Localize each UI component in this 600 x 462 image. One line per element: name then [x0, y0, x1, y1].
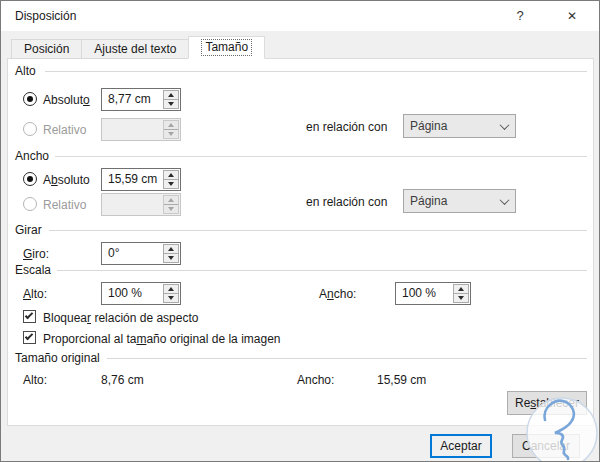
escala-ancho-value[interactable]: 100 % — [396, 283, 452, 304]
help-icon[interactable]: ? — [503, 1, 537, 31]
ancho-relativo-value — [102, 194, 162, 215]
escala-alto-label: Alto: — [23, 287, 47, 301]
alto-relativo-radio[interactable] — [23, 122, 37, 136]
spinner-up-icon[interactable] — [164, 91, 178, 100]
spinner-up-icon — [164, 121, 178, 130]
escala-alto-spinner[interactable]: 100 % — [101, 282, 181, 305]
alto-absoluto-value[interactable]: 8,77 cm — [102, 89, 162, 110]
tab-label: Ajuste del texto — [94, 42, 176, 56]
restablecer-label: Restablecer — [515, 396, 579, 410]
cancelar-button[interactable]: Cancelar — [512, 434, 580, 458]
original-alto-value: 8,76 cm — [101, 373, 144, 387]
escala-ancho-label: Ancho: — [319, 287, 356, 301]
group-original-line — [107, 358, 587, 359]
alto-relativo-spinner — [101, 118, 181, 141]
tab-ajuste-del-texto[interactable]: Ajuste del texto — [81, 39, 189, 59]
tab-label: Posición — [24, 42, 69, 56]
close-icon[interactable]: ✕ — [555, 1, 589, 31]
chevron-down-icon — [494, 190, 515, 212]
spinner-buttons — [163, 195, 179, 214]
spinner-buttons — [163, 90, 179, 109]
restablecer-button[interactable]: Restablecer — [507, 391, 587, 415]
ancho-relation-label: en relación con — [306, 195, 387, 209]
spinner-down-icon[interactable] — [164, 294, 178, 302]
spinner-buttons — [163, 170, 179, 189]
group-girar-line — [49, 230, 587, 231]
check-icon — [25, 311, 33, 319]
original-ancho-value: 15,59 cm — [377, 373, 426, 387]
spinner-down-icon[interactable] — [164, 180, 178, 188]
group-ancho-label: Ancho — [15, 149, 49, 163]
group-escala-line — [57, 270, 587, 271]
spinner-down-icon[interactable] — [164, 100, 178, 108]
group-ancho-line — [55, 156, 587, 157]
ancho-relativo-radio[interactable] — [23, 197, 37, 211]
spinner-up-icon — [164, 196, 178, 205]
spinner-up-icon[interactable] — [164, 171, 178, 180]
titlebar: Disposición ? ✕ — [1, 1, 599, 31]
group-girar-label: Girar — [15, 223, 42, 237]
giro-label: Giro: — [23, 247, 49, 261]
cancelar-label: Cancelar — [522, 439, 570, 453]
ancho-relativo-spinner — [101, 193, 181, 216]
ancho-absoluto-value[interactable]: 15,59 cm — [102, 169, 162, 190]
aceptar-label: Aceptar — [440, 439, 481, 453]
ancho-relation-value: Página — [404, 190, 494, 212]
spinner-buttons — [163, 120, 179, 139]
giro-value[interactable]: 0° — [102, 243, 162, 264]
aceptar-button[interactable]: Aceptar — [430, 434, 492, 458]
group-alto-label: Alto — [15, 64, 36, 78]
giro-spinner[interactable]: 0° — [101, 242, 181, 265]
ancho-relativo-label: Relativo — [43, 198, 86, 212]
spinner-buttons — [163, 284, 179, 303]
dialog-title: Disposición — [15, 9, 76, 23]
proportional-checkbox[interactable] — [23, 331, 36, 344]
alto-relation-label: en relación con — [306, 120, 387, 134]
spinner-buttons — [453, 284, 469, 303]
proportional-label: Proporcional al tamaño original de la im… — [43, 332, 280, 346]
group-alto-line — [45, 71, 587, 72]
lock-aspect-checkbox[interactable] — [23, 310, 36, 323]
alto-relativo-label: Relativo — [43, 123, 86, 137]
escala-ancho-spinner[interactable]: 100 % — [395, 282, 471, 305]
alto-relation-value: Página — [404, 115, 494, 137]
spinner-up-icon[interactable] — [164, 285, 178, 294]
alto-relativo-value — [102, 119, 162, 140]
group-escala-label: Escala — [15, 263, 51, 277]
layout-dialog: Disposición ? ✕ Posición Ajuste del text… — [0, 0, 600, 462]
original-ancho-label: Ancho: — [297, 373, 334, 387]
ancho-absoluto-spinner[interactable]: 15,59 cm — [101, 168, 181, 191]
check-icon — [25, 332, 33, 340]
spinner-down-icon — [164, 205, 178, 213]
tab-label: Tamaño — [201, 39, 252, 56]
ancho-relation-dropdown: Página — [403, 189, 516, 213]
group-original-label: Tamaño original — [15, 351, 100, 365]
alto-relation-dropdown: Página — [403, 114, 516, 138]
alto-absoluto-label: Absoluto — [43, 93, 90, 107]
alto-absoluto-radio[interactable] — [23, 92, 37, 106]
spinner-buttons — [163, 244, 179, 263]
alto-absoluto-spinner[interactable]: 8,77 cm — [101, 88, 181, 111]
original-alto-label: Alto: — [23, 373, 47, 387]
chevron-down-icon — [494, 115, 515, 137]
escala-alto-value[interactable]: 100 % — [102, 283, 162, 304]
lock-aspect-label: Bloquear relación de aspecto — [43, 311, 198, 325]
spinner-down-icon[interactable] — [164, 254, 178, 262]
spinner-up-icon[interactable] — [164, 245, 178, 254]
ancho-absoluto-radio[interactable] — [23, 172, 37, 186]
tab-posicion[interactable]: Posición — [11, 39, 82, 59]
tab-tamano[interactable]: Tamaño — [188, 36, 265, 59]
ancho-absoluto-label: Absoluto — [43, 173, 90, 187]
spinner-down-icon[interactable] — [454, 294, 468, 302]
spinner-down-icon — [164, 130, 178, 138]
spinner-up-icon[interactable] — [454, 285, 468, 294]
bottom-bar — [1, 427, 599, 462]
tabstrip: Posición Ajuste del texto Tamaño — [11, 36, 264, 59]
